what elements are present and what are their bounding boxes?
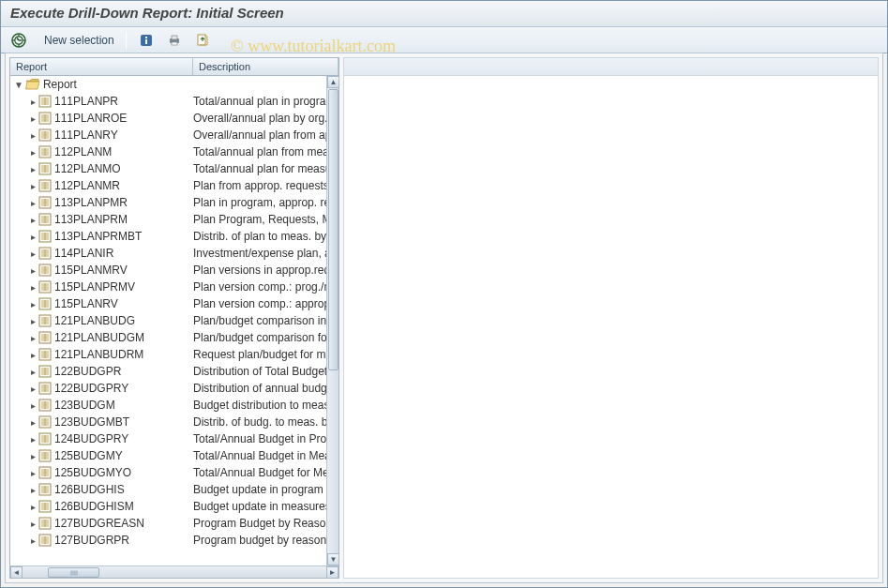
col-description-header[interactable]: Description bbox=[193, 58, 339, 75]
tree-row[interactable]: ▸ 113PLANPRMBT Distrib. of plan to meas.… bbox=[10, 228, 326, 245]
scroll-left-icon[interactable]: ◄ bbox=[10, 566, 23, 579]
tree-row[interactable]: ▸ 127BUDGREASN Program Budget by Reason bbox=[10, 515, 326, 532]
report-description: Plan/budget comparison for bbox=[193, 331, 326, 344]
expand-icon[interactable]: ▸ bbox=[31, 451, 36, 461]
report-description: Program budget by reason f bbox=[193, 534, 326, 547]
tree-row[interactable]: ▸ 125BUDGMY Total/Annual Budget in Mea bbox=[10, 447, 326, 464]
expand-icon[interactable]: ▸ bbox=[31, 299, 36, 309]
tree-row[interactable]: ▸ 112PLANMR Plan from approp. requests bbox=[10, 177, 326, 194]
report-code: 113PLANPMR bbox=[54, 196, 128, 209]
expand-icon[interactable]: ▸ bbox=[31, 282, 36, 293]
report-description: Budget update in measures bbox=[193, 500, 326, 513]
vertical-scrollbar[interactable]: ▲ ▼ bbox=[326, 76, 339, 565]
report-icon bbox=[38, 432, 52, 445]
execute-icon bbox=[11, 33, 26, 48]
tree-row[interactable]: ▸ 111PLANRY Overall/annual plan from app bbox=[10, 127, 326, 143]
expand-icon[interactable]: ▸ bbox=[31, 181, 36, 191]
tree-row[interactable]: ▸ 123BUDGM Budget distribution to meas bbox=[10, 397, 326, 414]
expand-icon[interactable]: ▸ bbox=[31, 485, 36, 495]
tree-row[interactable]: ▸ 112PLANM Total/annual plan from meas bbox=[10, 143, 326, 160]
toolbar: New selection bbox=[1, 27, 887, 53]
report-code: 125BUDGMY bbox=[54, 449, 123, 462]
print-button[interactable] bbox=[162, 31, 187, 50]
report-description: Budget distribution to meas bbox=[193, 399, 326, 412]
tree-root[interactable]: ▼ Report bbox=[10, 76, 326, 93]
report-description: Distribution of annual budge bbox=[193, 382, 326, 395]
tree-row[interactable]: ▸ 125BUDGMYO Total/Annual Budget for Me bbox=[10, 464, 326, 481]
tree-row[interactable]: ▸ 127BUDGRPR Program budget by reason f bbox=[10, 532, 326, 549]
tree-row[interactable]: ▸ 112PLANMO Total/annual plan for measu bbox=[10, 160, 326, 177]
expand-icon[interactable]: ▸ bbox=[31, 468, 36, 478]
report-code: 111PLANPR bbox=[54, 95, 118, 108]
expand-icon[interactable]: ▸ bbox=[31, 535, 36, 546]
scroll-right-icon[interactable]: ► bbox=[326, 566, 339, 579]
scroll-up-icon[interactable]: ▲ bbox=[327, 76, 339, 88]
report-description: Total/Annual Budget in Mea bbox=[193, 449, 326, 462]
expand-icon[interactable]: ▸ bbox=[31, 164, 36, 174]
report-description: Program Budget by Reason bbox=[193, 517, 326, 530]
expand-icon[interactable]: ▸ bbox=[31, 130, 36, 141]
tree-row[interactable]: ▸ 115PLANPRMV Plan version comp.: prog./… bbox=[10, 279, 326, 295]
horizontal-scroll-thumb[interactable] bbox=[48, 567, 99, 578]
expand-icon[interactable]: ▸ bbox=[31, 198, 36, 208]
tree-row[interactable]: ▸ 121PLANBUDGM Plan/budget comparison fo… bbox=[10, 329, 326, 346]
report-icon bbox=[38, 230, 52, 243]
report-icon bbox=[38, 162, 52, 175]
report-code: 126BUDGHIS bbox=[54, 483, 125, 496]
report-code: 113PLANPRM bbox=[54, 213, 128, 226]
report-code: 125BUDGMYO bbox=[54, 466, 131, 479]
expand-icon[interactable]: ▸ bbox=[31, 249, 36, 259]
tree-row[interactable]: ▸ 111PLANPR Total/annual plan in program bbox=[10, 93, 326, 110]
expand-icon[interactable]: ▸ bbox=[31, 519, 36, 529]
expand-icon[interactable]: ▸ bbox=[31, 400, 36, 411]
expand-icon[interactable]: ▸ bbox=[31, 502, 36, 512]
expand-icon[interactable]: ▸ bbox=[31, 434, 36, 445]
expand-icon[interactable]: ▸ bbox=[31, 316, 36, 326]
tree-row[interactable]: ▸ 121PLANBUDG Plan/budget comparison in … bbox=[10, 312, 326, 329]
tree-row[interactable]: ▸ 121PLANBUDRM Request plan/budget for m… bbox=[10, 346, 326, 363]
execute-button[interactable] bbox=[7, 31, 31, 50]
tree-row[interactable]: ▸ 111PLANROE Overall/annual plan by org.… bbox=[10, 110, 326, 127]
svg-rect-14 bbox=[198, 35, 205, 45]
report-icon bbox=[38, 297, 52, 310]
tree-row[interactable]: ▸ 126BUDGHIS Budget update in program bbox=[10, 481, 326, 498]
tree-row[interactable]: ▸ 115PLANRV Plan version comp.: appropia bbox=[10, 295, 326, 312]
report-icon bbox=[38, 399, 52, 412]
tree-row[interactable]: ▸ 122BUDGPRY Distribution of annual budg… bbox=[10, 380, 326, 397]
scroll-down-icon[interactable]: ▼ bbox=[327, 553, 339, 565]
export-button[interactable] bbox=[190, 31, 215, 50]
expand-icon[interactable]: ▸ bbox=[31, 147, 36, 158]
horizontal-scrollbar[interactable]: ◄ ► bbox=[10, 565, 339, 578]
tree-row[interactable]: ▸ 124BUDGPRY Total/Annual Budget in Prog bbox=[10, 430, 326, 447]
report-icon bbox=[38, 517, 52, 530]
info-button[interactable] bbox=[134, 31, 158, 50]
expand-icon[interactable]: ▸ bbox=[31, 384, 36, 394]
vertical-scroll-thumb[interactable] bbox=[328, 89, 339, 370]
expand-icon[interactable]: ▸ bbox=[31, 97, 36, 107]
report-code: 122BUDGPRY bbox=[54, 382, 128, 395]
tree-row[interactable]: ▸ 113PLANPRM Plan Program, Requests, Me bbox=[10, 211, 326, 228]
report-code: 123BUDGMBT bbox=[54, 415, 129, 429]
expand-icon[interactable]: ▸ bbox=[31, 333, 36, 343]
expand-icon[interactable]: ▸ bbox=[31, 350, 36, 360]
tree-row[interactable]: ▸ 122BUDGPR Distribution of Total Budget bbox=[10, 363, 326, 380]
collapse-icon[interactable]: ▼ bbox=[14, 80, 23, 90]
report-description: Distrib. of budg. to meas. b bbox=[193, 415, 326, 429]
tree-row[interactable]: ▸ 113PLANPMR Plan in program, approp. re… bbox=[10, 194, 326, 211]
expand-icon[interactable]: ▸ bbox=[31, 367, 36, 377]
tree-root-label: Report bbox=[43, 78, 77, 91]
content-area bbox=[343, 57, 879, 579]
report-icon bbox=[38, 500, 52, 513]
expand-icon[interactable]: ▸ bbox=[31, 113, 36, 124]
report-description: Request plan/budget for me bbox=[193, 348, 326, 361]
expand-icon[interactable]: ▸ bbox=[31, 265, 36, 276]
expand-icon[interactable]: ▸ bbox=[31, 215, 36, 225]
expand-icon[interactable]: ▸ bbox=[31, 232, 36, 242]
tree-row[interactable]: ▸ 114PLANIR Investment/expense plan, a bbox=[10, 245, 326, 262]
tree-row[interactable]: ▸ 126BUDGHISM Budget update in measures bbox=[10, 498, 326, 515]
new-selection-button[interactable]: New selection bbox=[40, 34, 118, 47]
expand-icon[interactable]: ▸ bbox=[31, 417, 36, 428]
tree-row[interactable]: ▸ 123BUDGMBT Distrib. of budg. to meas. … bbox=[10, 414, 326, 430]
col-report-header[interactable]: Report bbox=[10, 58, 193, 75]
tree-row[interactable]: ▸ 115PLANMRV Plan versions in approp.req… bbox=[10, 262, 326, 279]
